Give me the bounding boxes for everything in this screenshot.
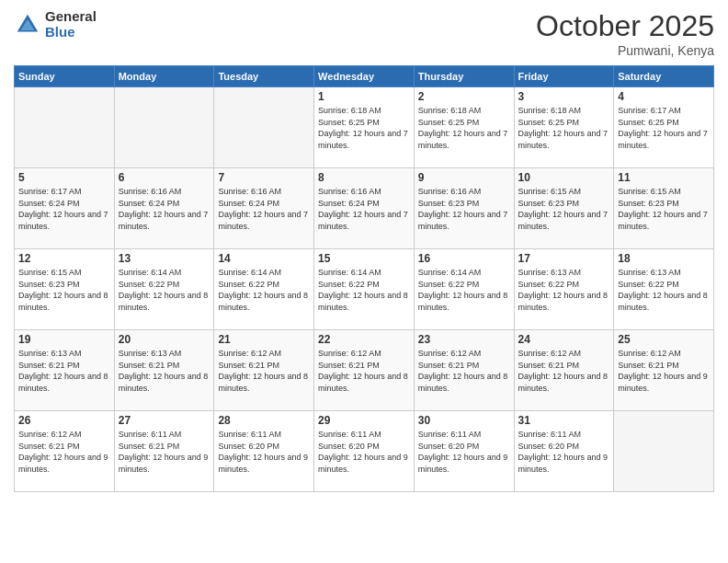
calendar-cell: 19Sunrise: 6:13 AM Sunset: 6:21 PM Dayli… (15, 330, 115, 411)
day-info: Sunrise: 6:18 AM Sunset: 6:25 PM Dayligh… (518, 105, 610, 151)
day-info: Sunrise: 6:12 AM Sunset: 6:21 PM Dayligh… (218, 348, 310, 394)
calendar-cell: 13Sunrise: 6:14 AM Sunset: 6:22 PM Dayli… (114, 249, 214, 330)
day-number: 25 (618, 333, 710, 346)
day-info: Sunrise: 6:16 AM Sunset: 6:24 PM Dayligh… (119, 186, 210, 232)
day-info: Sunrise: 6:12 AM Sunset: 6:21 PM Dayligh… (618, 348, 710, 394)
calendar-cell: 9Sunrise: 6:16 AM Sunset: 6:23 PM Daylig… (414, 168, 514, 249)
calendar-cell: 15Sunrise: 6:14 AM Sunset: 6:22 PM Dayli… (314, 249, 415, 330)
logo-general: General (45, 9, 97, 25)
day-number: 28 (218, 414, 310, 427)
day-number: 8 (318, 171, 410, 184)
calendar-cell: 8Sunrise: 6:16 AM Sunset: 6:24 PM Daylig… (314, 168, 415, 249)
calendar-cell: 3Sunrise: 6:18 AM Sunset: 6:25 PM Daylig… (514, 87, 614, 168)
calendar-cell: 28Sunrise: 6:11 AM Sunset: 6:20 PM Dayli… (214, 411, 314, 492)
month-title: October 2025 (536, 9, 714, 43)
calendar-cell: 5Sunrise: 6:17 AM Sunset: 6:24 PM Daylig… (15, 168, 115, 249)
calendar-week-row: 12Sunrise: 6:15 AM Sunset: 6:23 PM Dayli… (15, 249, 714, 330)
day-number: 27 (119, 414, 210, 427)
calendar-cell: 1Sunrise: 6:18 AM Sunset: 6:25 PM Daylig… (314, 87, 415, 168)
day-info: Sunrise: 6:15 AM Sunset: 6:23 PM Dayligh… (18, 267, 110, 313)
calendar-cell: 18Sunrise: 6:13 AM Sunset: 6:22 PM Dayli… (614, 249, 714, 330)
calendar-cell (614, 411, 714, 492)
day-header-wednesday: Wednesday (314, 66, 415, 87)
day-info: Sunrise: 6:16 AM Sunset: 6:24 PM Dayligh… (318, 186, 410, 232)
day-info: Sunrise: 6:11 AM Sunset: 6:20 PM Dayligh… (218, 429, 310, 475)
day-info: Sunrise: 6:17 AM Sunset: 6:24 PM Dayligh… (18, 186, 110, 232)
day-info: Sunrise: 6:14 AM Sunset: 6:22 PM Dayligh… (119, 267, 210, 313)
calendar-cell: 25Sunrise: 6:12 AM Sunset: 6:21 PM Dayli… (614, 330, 714, 411)
day-info: Sunrise: 6:12 AM Sunset: 6:21 PM Dayligh… (318, 348, 410, 394)
day-number: 16 (418, 252, 510, 265)
day-info: Sunrise: 6:18 AM Sunset: 6:25 PM Dayligh… (418, 105, 510, 151)
day-number: 13 (119, 252, 210, 265)
day-info: Sunrise: 6:14 AM Sunset: 6:22 PM Dayligh… (218, 267, 310, 313)
calendar-cell: 22Sunrise: 6:12 AM Sunset: 6:21 PM Dayli… (314, 330, 415, 411)
calendar-cell (214, 87, 314, 168)
day-info: Sunrise: 6:15 AM Sunset: 6:23 PM Dayligh… (518, 186, 610, 232)
day-info: Sunrise: 6:11 AM Sunset: 6:20 PM Dayligh… (518, 429, 610, 475)
day-header-friday: Friday (514, 66, 614, 87)
day-number: 19 (18, 333, 110, 346)
day-number: 22 (318, 333, 410, 346)
day-header-thursday: Thursday (414, 66, 514, 87)
day-number: 15 (318, 252, 410, 265)
calendar-cell: 14Sunrise: 6:14 AM Sunset: 6:22 PM Dayli… (214, 249, 314, 330)
day-number: 3 (518, 90, 610, 103)
day-info: Sunrise: 6:16 AM Sunset: 6:24 PM Dayligh… (218, 186, 310, 232)
day-number: 30 (418, 414, 510, 427)
day-info: Sunrise: 6:14 AM Sunset: 6:22 PM Dayligh… (418, 267, 510, 313)
day-number: 20 (119, 333, 210, 346)
calendar-cell: 24Sunrise: 6:12 AM Sunset: 6:21 PM Dayli… (514, 330, 614, 411)
day-number: 21 (218, 333, 310, 346)
day-number: 4 (618, 90, 710, 103)
calendar-cell: 2Sunrise: 6:18 AM Sunset: 6:25 PM Daylig… (414, 87, 514, 168)
calendar-cell: 21Sunrise: 6:12 AM Sunset: 6:21 PM Dayli… (214, 330, 314, 411)
day-number: 12 (18, 252, 110, 265)
day-info: Sunrise: 6:12 AM Sunset: 6:21 PM Dayligh… (418, 348, 510, 394)
calendar-cell: 11Sunrise: 6:15 AM Sunset: 6:23 PM Dayli… (614, 168, 714, 249)
day-number: 18 (618, 252, 710, 265)
location: Pumwani, Kenya (536, 43, 714, 58)
calendar-cell: 27Sunrise: 6:11 AM Sunset: 6:21 PM Dayli… (114, 411, 214, 492)
day-number: 17 (518, 252, 610, 265)
day-number: 11 (618, 171, 710, 184)
day-info: Sunrise: 6:13 AM Sunset: 6:21 PM Dayligh… (119, 348, 210, 394)
day-info: Sunrise: 6:15 AM Sunset: 6:23 PM Dayligh… (618, 186, 710, 232)
day-number: 24 (518, 333, 610, 346)
calendar-header-row: SundayMondayTuesdayWednesdayThursdayFrid… (15, 66, 714, 87)
day-number: 29 (318, 414, 410, 427)
day-header-tuesday: Tuesday (214, 66, 314, 87)
day-header-sunday: Sunday (15, 66, 115, 87)
day-info: Sunrise: 6:17 AM Sunset: 6:25 PM Dayligh… (618, 105, 710, 151)
day-number: 9 (418, 171, 510, 184)
calendar-cell: 30Sunrise: 6:11 AM Sunset: 6:20 PM Dayli… (414, 411, 514, 492)
calendar-cell: 4Sunrise: 6:17 AM Sunset: 6:25 PM Daylig… (614, 87, 714, 168)
day-info: Sunrise: 6:11 AM Sunset: 6:20 PM Dayligh… (318, 429, 410, 475)
day-info: Sunrise: 6:18 AM Sunset: 6:25 PM Dayligh… (318, 105, 410, 151)
calendar-week-row: 5Sunrise: 6:17 AM Sunset: 6:24 PM Daylig… (15, 168, 714, 249)
day-number: 23 (418, 333, 510, 346)
calendar-cell: 20Sunrise: 6:13 AM Sunset: 6:21 PM Dayli… (114, 330, 214, 411)
calendar-cell (15, 87, 115, 168)
day-info: Sunrise: 6:13 AM Sunset: 6:22 PM Dayligh… (618, 267, 710, 313)
calendar-cell: 23Sunrise: 6:12 AM Sunset: 6:21 PM Dayli… (414, 330, 514, 411)
day-info: Sunrise: 6:13 AM Sunset: 6:22 PM Dayligh… (518, 267, 610, 313)
day-info: Sunrise: 6:12 AM Sunset: 6:21 PM Dayligh… (18, 429, 110, 475)
day-number: 6 (119, 171, 210, 184)
logo-blue: Blue (45, 25, 97, 40)
day-number: 5 (18, 171, 110, 184)
calendar-cell: 10Sunrise: 6:15 AM Sunset: 6:23 PM Dayli… (514, 168, 614, 249)
calendar-cell: 6Sunrise: 6:16 AM Sunset: 6:24 PM Daylig… (114, 168, 214, 249)
calendar-cell: 16Sunrise: 6:14 AM Sunset: 6:22 PM Dayli… (414, 249, 514, 330)
day-info: Sunrise: 6:14 AM Sunset: 6:22 PM Dayligh… (318, 267, 410, 313)
calendar-cell: 17Sunrise: 6:13 AM Sunset: 6:22 PM Dayli… (514, 249, 614, 330)
header: General Blue October 2025 Pumwani, Kenya (14, 9, 714, 58)
day-number: 14 (218, 252, 310, 265)
day-number: 2 (418, 90, 510, 103)
day-number: 31 (518, 414, 610, 427)
page: General Blue October 2025 Pumwani, Kenya… (0, 0, 728, 563)
day-info: Sunrise: 6:16 AM Sunset: 6:23 PM Dayligh… (418, 186, 510, 232)
calendar-cell (114, 87, 214, 168)
calendar: SundayMondayTuesdayWednesdayThursdayFrid… (14, 65, 714, 492)
day-number: 10 (518, 171, 610, 184)
